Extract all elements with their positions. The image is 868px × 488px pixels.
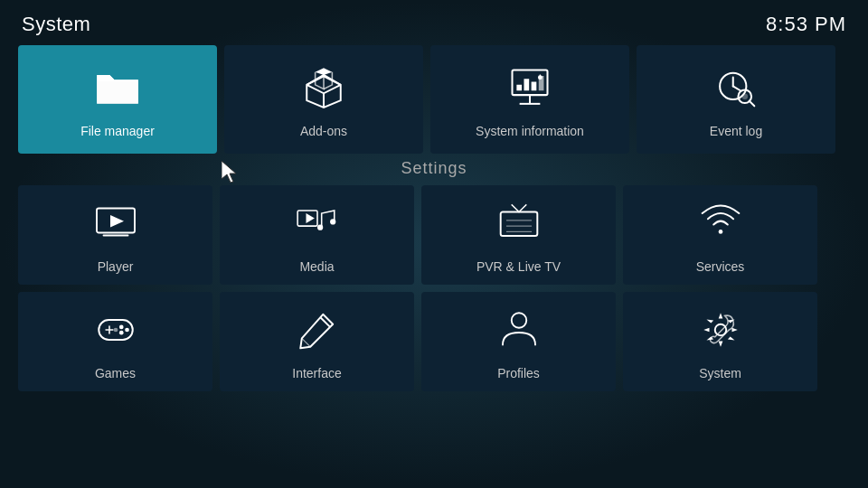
svg-point-21 [330, 219, 335, 224]
top-tiles-row: File manager Add-ons [0, 45, 868, 154]
tile-pvr-live-tv[interactable]: PVR & Live TV [421, 185, 616, 285]
svg-marker-16 [110, 215, 124, 228]
tile-games[interactable]: Games [18, 292, 212, 391]
add-ons-icon [297, 61, 351, 115]
svg-line-11 [733, 86, 741, 90]
svg-point-20 [317, 225, 323, 230]
services-icon [693, 196, 748, 250]
profiles-icon [492, 303, 546, 357]
media-label: Media [299, 259, 334, 274]
system-information-label: System information [476, 124, 584, 138]
tile-media[interactable]: Media [220, 185, 414, 285]
settings-header: Settings [0, 159, 868, 178]
player-icon [89, 196, 143, 250]
svg-rect-4 [524, 79, 530, 90]
games-label: Games [95, 366, 136, 380]
svg-rect-5 [532, 82, 537, 91]
tile-player[interactable]: Player [18, 185, 212, 285]
svg-point-34 [118, 331, 123, 335]
tile-profiles[interactable]: Profiles [421, 292, 616, 391]
interface-label: Interface [292, 366, 341, 380]
event-log-label: Event log [710, 124, 762, 138]
settings-row-2: Games Interface [18, 292, 850, 391]
interface-icon [290, 303, 344, 357]
clock: 8:53 PM [766, 13, 846, 36]
tile-add-ons[interactable]: Add-ons [224, 45, 423, 154]
file-manager-icon [90, 61, 145, 115]
svg-point-28 [718, 230, 722, 234]
services-label: Services [696, 259, 745, 274]
system-icon [693, 303, 748, 357]
svg-marker-19 [306, 213, 314, 223]
svg-line-36 [320, 317, 330, 327]
settings-row-1: Player Media [18, 185, 850, 285]
page-title: System [22, 13, 90, 36]
tile-services[interactable]: Services [623, 185, 817, 285]
add-ons-label: Add-ons [300, 124, 347, 138]
system-information-icon [503, 61, 557, 115]
svg-point-35 [113, 328, 118, 333]
tile-file-manager[interactable]: File manager [18, 45, 217, 154]
file-manager-label: File manager [80, 124, 155, 138]
svg-line-23 [512, 205, 519, 212]
settings-grid: Player Media [0, 185, 868, 391]
pvr-live-tv-icon [492, 196, 546, 250]
svg-line-24 [519, 205, 526, 212]
svg-line-13 [750, 101, 755, 107]
profiles-label: Profiles [497, 366, 540, 380]
tile-interface[interactable]: Interface [220, 292, 414, 391]
player-label: Player [98, 259, 134, 274]
header: System 8:53 PM [0, 0, 868, 45]
svg-point-33 [125, 328, 129, 333]
tile-system-information[interactable]: System information [430, 45, 629, 154]
pvr-live-tv-label: PVR & Live TV [476, 259, 561, 274]
media-icon [290, 196, 344, 250]
event-log-icon [709, 61, 763, 115]
games-icon [89, 303, 143, 357]
svg-line-37 [301, 338, 309, 346]
svg-rect-3 [516, 85, 522, 91]
svg-point-14 [742, 94, 749, 100]
system-label: System [699, 366, 741, 380]
tile-event-log[interactable]: Event log [637, 45, 835, 154]
svg-point-32 [118, 325, 123, 330]
tile-system[interactable]: System [623, 292, 817, 391]
svg-point-38 [511, 313, 526, 328]
svg-rect-22 [500, 212, 537, 237]
